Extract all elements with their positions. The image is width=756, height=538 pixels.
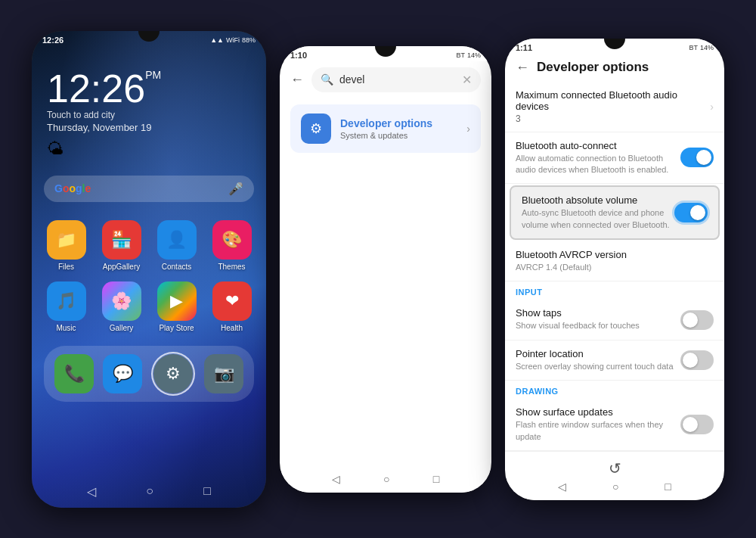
settings-content: Maximum connected Bluetooth audio device…	[505, 82, 724, 476]
battery-1: 88%	[242, 36, 256, 44]
app-label-files: Files	[58, 263, 74, 271]
phone-3: 1:11 BT 14% ← Developer options Maximum …	[505, 39, 724, 500]
setting-bt-abs-text: Bluetooth absolute volume Auto-sync Blue…	[522, 194, 674, 231]
arrow-bt-max: ›	[710, 101, 714, 113]
back-button-2[interactable]: ←	[290, 72, 304, 88]
setting-bt-avrcp-title: Bluetooth AVRCP version	[516, 249, 714, 260]
app-label-health: Health	[221, 324, 243, 332]
app-grid: 📁 Files 🏪 AppGallery 👤 Contacts 🎨 Themes…	[32, 213, 266, 340]
search-value: devel	[339, 73, 364, 86]
setting-bt-auto-sub: Allow automatic connection to Bluetooth …	[516, 153, 680, 176]
status-time-3: 1:11	[516, 43, 532, 52]
setting-pointer-title: Pointer location	[516, 348, 680, 359]
setting-surface-sub: Flash entire window surfaces when they u…	[516, 419, 680, 443]
toggle-bt-absolute[interactable]	[674, 203, 708, 222]
settings-page-title: Developer options	[537, 60, 649, 75]
search-input-bar[interactable]: 🔍 devel ✕	[311, 67, 481, 92]
status-time-1: 12:26	[42, 36, 64, 45]
app-label-music: Music	[56, 324, 76, 332]
app-label-gallery: Gallery	[110, 324, 134, 332]
app-files[interactable]: 📁 Files	[44, 220, 88, 271]
nav-recent-3[interactable]: □	[665, 480, 671, 493]
back-button-3[interactable]: ←	[516, 60, 529, 76]
mic-icon[interactable]: 🎤	[228, 182, 243, 196]
setting-taps-sub: Show visual feedback for touches	[516, 320, 680, 331]
setting-bt-max-title: Maximum connected Bluetooth audio device…	[516, 89, 710, 112]
nav-bar-2: ◁ ○ □	[280, 468, 491, 493]
dock-phone[interactable]: 📞	[54, 354, 94, 393]
setting-pointer[interactable]: Pointer location Screen overlay showing …	[505, 341, 724, 381]
app-icon-health: ❤	[212, 281, 252, 321]
weather-widget: 🌤	[47, 139, 251, 159]
dock-camera[interactable]: 📷	[204, 354, 243, 393]
setting-surface-text: Show surface updates Flash entire window…	[516, 406, 680, 443]
bt-icon-2: BT	[456, 51, 465, 59]
nav-home-3[interactable]: ○	[612, 480, 618, 493]
clock-sub: Touch to add city	[47, 110, 251, 120]
search-screen: 1:10 BT 14% ← 🔍 devel ✕ ⚙ Developer opti…	[280, 46, 491, 493]
dock-settings: ⚙	[153, 354, 193, 393]
nav-recent-2[interactable]: □	[433, 473, 439, 485]
restore-icon: ↺	[513, 459, 717, 475]
search-result[interactable]: ⚙ Developer options System & updates ›	[290, 104, 481, 153]
app-label-contacts: Contacts	[162, 263, 191, 271]
google-logo: Google	[54, 182, 91, 194]
nav-recent-1[interactable]: □	[203, 484, 211, 498]
setting-pointer-sub: Screen overlay showing current touch dat…	[516, 361, 680, 372]
clock-area: 12:26 PM Touch to add city Thursday, Nov…	[32, 46, 266, 165]
nav-back-3[interactable]: ◁	[558, 480, 566, 493]
search-empty-area	[280, 159, 491, 468]
setting-bt-avrcp-sub: AVRCP 1.4 (Default)	[516, 262, 714, 273]
setting-bluetooth-max[interactable]: Maximum connected Bluetooth audio device…	[505, 82, 724, 132]
search-icon-2: 🔍	[321, 73, 333, 86]
section-input: INPUT	[505, 281, 724, 300]
app-contacts[interactable]: 👤 Contacts	[154, 220, 199, 271]
nav-home-1[interactable]: ○	[146, 484, 153, 498]
setting-bt-abs-title: Bluetooth absolute volume	[522, 194, 674, 206]
dock-settings-active[interactable]: ⚙	[151, 352, 195, 396]
settings-header: ← Developer options	[505, 54, 724, 82]
nav-back-2[interactable]: ◁	[332, 473, 340, 485]
setting-surface[interactable]: Show surface updates Flash entire window…	[505, 399, 724, 451]
restore-area[interactable]: ↺ Restore default settings	[505, 451, 724, 475]
app-icon-playstore: ▶	[157, 281, 197, 321]
app-health[interactable]: ❤ Health	[209, 281, 254, 332]
search-bar[interactable]: Google 🎤	[44, 176, 254, 202]
clock-date: Thursday, November 19	[47, 122, 251, 133]
app-icon-appgallery: 🏪	[102, 220, 141, 260]
setting-surface-title: Show surface updates	[516, 406, 680, 418]
app-label-themes: Themes	[218, 263, 245, 271]
setting-taps-text: Show taps Show visual feedback for touch…	[516, 307, 680, 331]
app-themes[interactable]: 🎨 Themes	[209, 220, 254, 271]
weather-icon: 🌤	[47, 139, 64, 159]
toggle-show-taps[interactable]	[680, 310, 714, 330]
nav-back-1[interactable]: ◁	[87, 484, 96, 499]
setting-show-taps[interactable]: Show taps Show visual feedback for touch…	[505, 300, 724, 340]
result-text: Developer options System & updates	[340, 117, 432, 140]
wifi-icon: WiFi	[226, 36, 240, 44]
setting-bt-absolute[interactable]: Bluetooth absolute volume Auto-sync Blue…	[510, 185, 720, 240]
phone-1: 12:26 ▲▲ WiFi 88% 12:26 PM Touch to add …	[32, 31, 266, 508]
home-screen: 12:26 ▲▲ WiFi 88% 12:26 PM Touch to add …	[32, 31, 266, 508]
search-header: ← 🔍 devel ✕	[280, 61, 491, 98]
clock-time: 12:26	[47, 69, 145, 108]
battery-3: 14%	[700, 44, 714, 51]
nav-home-2[interactable]: ○	[383, 473, 389, 485]
setting-bt-max-value: 3	[516, 114, 710, 124]
setting-bt-autoconnect[interactable]: Bluetooth auto-connect Allow automatic c…	[505, 132, 724, 185]
clear-search-button[interactable]: ✕	[462, 73, 472, 87]
toggle-surface[interactable]	[680, 415, 714, 434]
toggle-pointer[interactable]	[680, 350, 714, 370]
toggle-bt-autoconnect[interactable]	[680, 148, 714, 167]
status-time-2: 1:10	[290, 51, 307, 60]
setting-bt-avrcp[interactable]: Bluetooth AVRCP version AVRCP 1.4 (Defau…	[505, 241, 724, 281]
setting-bt-max-text: Maximum connected Bluetooth audio device…	[516, 89, 710, 124]
settings-screen: 1:11 BT 14% ← Developer options Maximum …	[505, 39, 724, 500]
app-appgallery[interactable]: 🏪 AppGallery	[99, 220, 144, 271]
dock-messages[interactable]: 💬	[103, 354, 142, 393]
app-icon-music: 🎵	[47, 281, 86, 321]
setting-bt-abs-sub: Auto-sync Bluetooth device and phone vol…	[522, 207, 674, 231]
app-music[interactable]: 🎵 Music	[44, 281, 88, 332]
app-playstore[interactable]: ▶ Play Store	[154, 281, 199, 332]
app-gallery[interactable]: 🌸 Gallery	[99, 281, 144, 332]
